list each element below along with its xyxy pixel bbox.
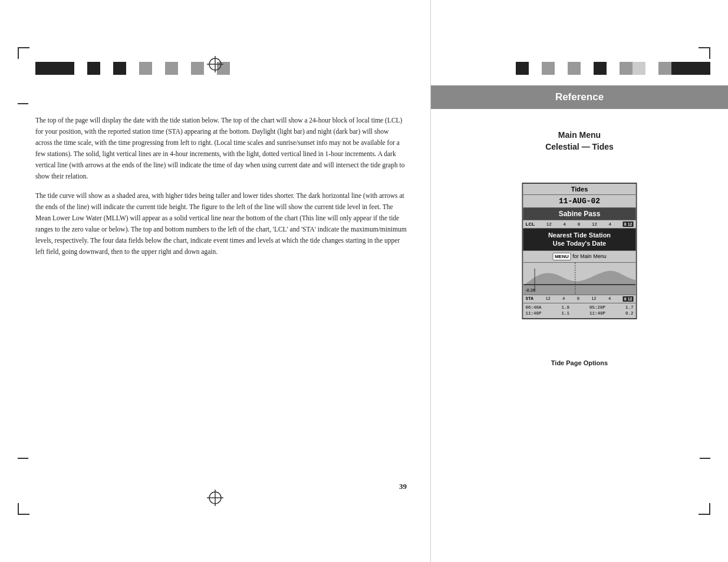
device-date-row: 11-AUG-02: [523, 195, 636, 208]
section-title-line2: Celestial — Tides: [431, 141, 728, 153]
right-column: Reference Main Menu Celestial — Tides Ti…: [430, 0, 728, 562]
tide-graph-svg: [523, 263, 636, 295]
lcl-label: LCL: [526, 222, 535, 227]
data-2-col1: 11:48P: [526, 310, 542, 317]
page-number: 39: [399, 482, 407, 491]
graph-area: -0.1ft: [523, 263, 636, 295]
screen-caption: Tide Page Options: [431, 359, 728, 366]
sta-8a: 8: [577, 296, 579, 302]
ts-4b: 4: [609, 222, 611, 227]
top-bar-right: [431, 62, 710, 75]
sta-4b: 4: [608, 296, 611, 302]
ts-end: 8 12: [623, 222, 634, 227]
device-data-rows: 06:46A 1.9 05:28P 1.7 11:48P 1.1 11:48P …: [523, 303, 636, 318]
graph-label: -0.1ft: [526, 288, 536, 292]
crosshair-bottom-left: [207, 490, 223, 506]
device-screen: Tides 11-AUG-02 Sabine Pass LCL 12 4 8 1…: [522, 183, 637, 319]
data-2-col2: 1.1: [561, 310, 569, 317]
device-menu-row: MENU for Main Menu: [523, 251, 636, 263]
menu-key: MENU: [552, 253, 571, 260]
data-1-col2: 1.9: [561, 305, 569, 311]
main-text-area: The top of the page will display the dat…: [35, 115, 407, 266]
section-title-text: Main Menu Celestial — Tides: [431, 130, 728, 153]
device-date: 11-AUG-02: [559, 197, 600, 206]
menu-text: for Main Menu: [572, 253, 607, 259]
sta-12b: 12: [592, 296, 597, 302]
data-line-1: 06:46A 1.9 05:28P 1.7: [526, 305, 634, 311]
data-1-col1: 06:46A: [526, 305, 542, 311]
sta-label: STA: [526, 296, 533, 302]
corner-mark-top-left: [18, 47, 29, 59]
corner-mark-top-right: [699, 47, 710, 59]
ts-4a: 4: [564, 222, 566, 227]
sta-4a: 4: [562, 296, 565, 302]
top-bar-left: [35, 62, 230, 75]
device-timescale-lcl-row: LCL 12 4 8 12 4 8 12: [523, 220, 636, 229]
left-column: The top of the page will display the dat…: [0, 0, 430, 562]
ts-8a: 8: [578, 222, 580, 227]
reference-header: Reference: [431, 85, 728, 109]
corner-mark-bottom-right: [699, 503, 710, 515]
sta-12a: 12: [546, 296, 551, 302]
section-title-line1: Main Menu: [431, 130, 728, 141]
data-2-col3: 11:48P: [589, 310, 605, 317]
device-location: Sabine Pass: [559, 210, 601, 218]
data-1-col4: 1.7: [625, 305, 634, 311]
dash-mark-right-bottom: [700, 458, 710, 459]
dash-mark-left-top: [18, 103, 28, 104]
data-line-2: 11:48P 1.1 11:48P 0.2: [526, 310, 634, 317]
dash-mark-left-bottom: [18, 458, 28, 459]
corner-mark-bottom-left: [18, 503, 29, 515]
paragraph-2: The tide curve will show as a shaded are…: [35, 190, 407, 257]
reference-title: Reference: [555, 91, 604, 103]
right-col-inner: Reference Main Menu Celestial — Tides Ti…: [431, 0, 728, 562]
data-1-col3: 05:28P: [589, 305, 605, 311]
data-2-col4: 0.2: [625, 310, 634, 317]
device-title: Tides: [571, 186, 588, 193]
device-highlight-row: Nearest Tide Station Use Today's Date: [523, 229, 636, 251]
device-sta-row: STA 12 4 8 12 4 8 12: [523, 295, 636, 303]
device-location-row: Sabine Pass: [523, 208, 636, 220]
device-graph-row: -0.1ft: [523, 263, 636, 295]
section-title: Main Menu Celestial — Tides: [431, 130, 728, 153]
sta-end: 8 12: [623, 296, 634, 302]
paragraph-1: The top of the page will display the dat…: [35, 115, 407, 182]
ts-12b: 12: [592, 222, 597, 227]
device-title-row: Tides: [523, 184, 636, 195]
crosshair-top-left: [207, 56, 223, 72]
ts-12a: 12: [546, 222, 552, 227]
highlight-line1: Nearest Tide Station: [527, 231, 633, 239]
page-container: The top of the page will display the dat…: [0, 0, 728, 562]
highlight-line2: Use Today's Date: [527, 239, 633, 247]
